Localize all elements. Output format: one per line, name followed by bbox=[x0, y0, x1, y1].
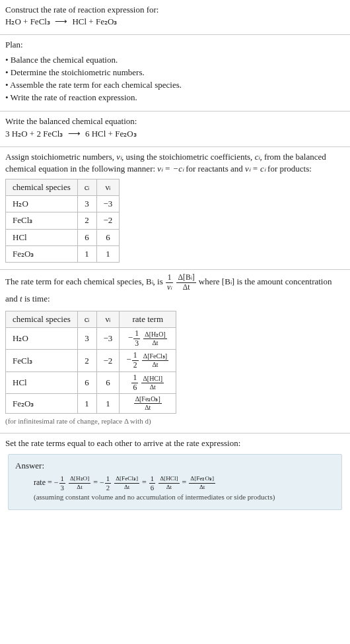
cell-species: H₂O bbox=[6, 327, 78, 349]
text: The rate term for each chemical species,… bbox=[5, 276, 165, 286]
denominator: Δt bbox=[114, 484, 139, 490]
fraction: 1 νᵢ bbox=[166, 274, 173, 291]
fraction: Δ[Fe₂O₃]Δt bbox=[189, 476, 215, 490]
coef-3: 6 bbox=[85, 129, 90, 139]
col-nui: νᵢ bbox=[96, 179, 120, 196]
denominator: Δt bbox=[141, 383, 164, 391]
numerator: Δ[HCl] bbox=[158, 476, 179, 483]
species-3: HCl bbox=[92, 129, 106, 139]
cell-nui: 6 bbox=[96, 229, 120, 245]
denominator: Δt bbox=[134, 404, 162, 411]
plan-section: Plan: • Balance the chemical equation. •… bbox=[0, 35, 350, 112]
table-header-row: chemical species cᵢ νᵢ rate term bbox=[6, 311, 176, 327]
numerator: 1 bbox=[105, 475, 111, 484]
fraction: Δ[H₂O]Δt bbox=[143, 331, 166, 346]
denominator: Δt bbox=[189, 484, 215, 490]
text: for reactants and bbox=[184, 164, 245, 174]
equals: = bbox=[142, 478, 149, 487]
stoich-intro: Assign stoichiometric numbers, νᵢ, using… bbox=[5, 151, 345, 175]
cell-ci: 3 bbox=[77, 327, 96, 349]
sign: − bbox=[100, 478, 104, 487]
species-1: H₂O bbox=[12, 129, 28, 139]
stoich-section: Assign stoichiometric numbers, νᵢ, using… bbox=[0, 147, 350, 270]
text: Assign stoichiometric numbers, bbox=[5, 152, 116, 162]
table-row: HCl 6 6 16 Δ[HCl]Δt bbox=[6, 371, 176, 393]
cell-nui: 1 bbox=[96, 394, 120, 414]
numerator: Δ[Bᵢ] bbox=[176, 274, 195, 283]
question-section: Construct the rate of reaction expressio… bbox=[0, 0, 350, 35]
relation-reactants: νᵢ = −cᵢ bbox=[157, 164, 184, 174]
cell-species: HCl bbox=[6, 229, 78, 245]
table-header-row: chemical species cᵢ νᵢ bbox=[6, 179, 120, 196]
cell-nui: 1 bbox=[96, 245, 120, 262]
cell-species: FeCl₃ bbox=[6, 350, 78, 371]
arrow-icon: ⟶ bbox=[65, 129, 83, 139]
answer-box: Answer: rate = −13 Δ[H₂O]Δt = −12 Δ[FeCl… bbox=[8, 454, 342, 510]
table-row: Fe₂O₃ 1 1 bbox=[6, 245, 120, 262]
coef-2: 2 bbox=[36, 129, 41, 139]
fraction: Δ[FeCl₃]Δt bbox=[142, 353, 168, 368]
cell-ci: 2 bbox=[77, 212, 96, 229]
fraction: Δ[H₂O]Δt bbox=[69, 476, 90, 490]
cell-nui: −3 bbox=[96, 196, 120, 212]
table-row: Fe₂O₃ 1 1 Δ[Fe₂O₃]Δt bbox=[6, 394, 176, 414]
stoich-table: chemical species cᵢ νᵢ H₂O 3 −3 FeCl₃ 2 … bbox=[5, 179, 120, 263]
table-row: H₂O 3 −3 −13 Δ[H₂O]Δt bbox=[6, 327, 176, 349]
text: , using the stoichiometric coefficients, bbox=[122, 152, 255, 162]
numerator: Δ[H₂O] bbox=[69, 476, 90, 483]
fraction: 12 bbox=[132, 352, 139, 369]
numerator: 1 bbox=[149, 475, 155, 484]
equals: = bbox=[182, 478, 189, 487]
fraction: Δ[HCl]Δt bbox=[158, 476, 179, 490]
fraction: 13 bbox=[133, 330, 140, 347]
text: is time: bbox=[22, 294, 50, 304]
answer-note: (assuming constant volume and no accumul… bbox=[15, 492, 335, 502]
numerator: 1 bbox=[133, 330, 140, 339]
cell-ci: 2 bbox=[77, 350, 96, 371]
fraction: Δ[FeCl₃]Δt bbox=[114, 476, 139, 490]
numerator: 1 bbox=[131, 374, 138, 383]
plan-item: • Balance the chemical equation. bbox=[5, 54, 345, 66]
answer-equation: rate = −13 Δ[H₂O]Δt = −12 Δ[FeCl₃]Δt = 1… bbox=[15, 474, 335, 492]
cell-nui: −2 bbox=[96, 350, 120, 371]
cell-ci: 1 bbox=[77, 245, 96, 262]
coef-1: 3 bbox=[5, 129, 10, 139]
numerator: Δ[H₂O] bbox=[143, 331, 166, 339]
numerator: 1 bbox=[59, 475, 65, 484]
fraction: 16 bbox=[131, 374, 138, 391]
denominator: Δt bbox=[142, 361, 168, 368]
denominator: 6 bbox=[131, 383, 138, 392]
relation-products: νᵢ = cᵢ bbox=[245, 164, 265, 174]
table-row: HCl 6 6 bbox=[6, 229, 120, 245]
answer-label: Answer: bbox=[15, 460, 335, 472]
plan-item: • Write the rate of reaction expression. bbox=[5, 92, 345, 104]
col-rate: rate term bbox=[120, 311, 176, 327]
fraction: 16 bbox=[149, 475, 155, 492]
cell-rate: 16 Δ[HCl]Δt bbox=[120, 371, 176, 393]
final-section: Set the rate terms equal to each other t… bbox=[0, 434, 350, 519]
plan-list: • Balance the chemical equation. • Deter… bbox=[5, 54, 345, 104]
col-ci: cᵢ bbox=[77, 179, 96, 196]
cell-ci: 6 bbox=[77, 229, 96, 245]
numerator: Δ[Fe₂O₃] bbox=[189, 476, 215, 483]
rate-term-intro: The rate term for each chemical species,… bbox=[5, 274, 345, 307]
cell-ci: 3 bbox=[77, 196, 96, 212]
product-1: HCl bbox=[72, 16, 87, 26]
cell-nui: −2 bbox=[96, 212, 120, 229]
numerator: 1 bbox=[166, 274, 173, 283]
fraction: 12 bbox=[105, 475, 111, 492]
denominator: Δt bbox=[69, 484, 90, 490]
denominator: 2 bbox=[132, 361, 139, 370]
col-ci: cᵢ bbox=[77, 311, 96, 327]
col-species: chemical species bbox=[6, 311, 78, 327]
numerator: Δ[HCl] bbox=[141, 375, 164, 383]
text: for products: bbox=[265, 164, 312, 174]
question-prompt: Construct the rate of reaction expressio… bbox=[5, 4, 345, 16]
sign: − bbox=[54, 478, 59, 487]
fraction: 13 bbox=[59, 475, 65, 492]
sign: − bbox=[128, 333, 133, 342]
species-2: FeCl₃ bbox=[43, 129, 63, 139]
denominator: 6 bbox=[149, 484, 155, 492]
cell-species: Fe₂O₃ bbox=[6, 394, 78, 414]
cell-rate: −12 Δ[FeCl₃]Δt bbox=[120, 350, 176, 371]
